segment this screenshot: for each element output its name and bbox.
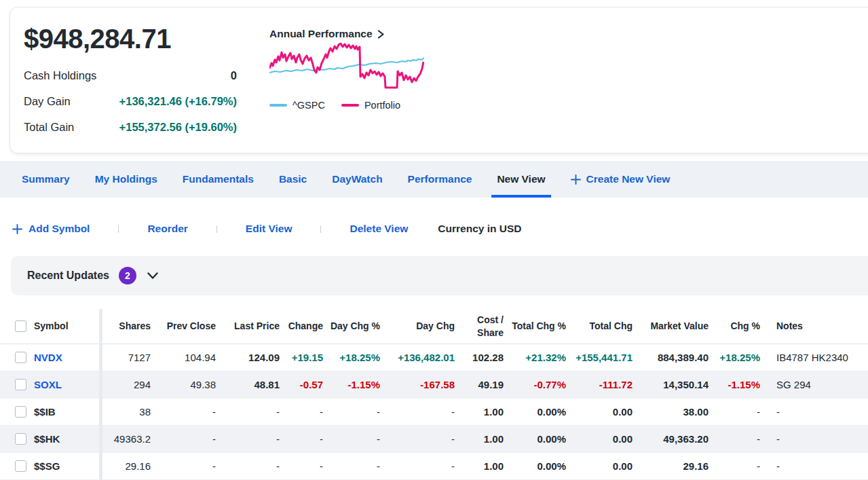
cell-cost-share: 102.28 [455, 351, 504, 365]
legend-item-portfolio: Portfolio [341, 100, 400, 111]
cell-cost-share: 1.00 [455, 405, 504, 419]
reorder-button[interactable]: Reorder [147, 223, 187, 235]
cash-holdings-value: 0 [231, 69, 237, 82]
cell-change: +19.15 [280, 351, 323, 365]
create-new-view-button[interactable]: Create New View [571, 161, 671, 198]
row-checkbox[interactable] [15, 406, 26, 418]
cell-day-chg: +18.25% [323, 351, 380, 365]
cell-day-chg: +136,482.01 [380, 351, 455, 365]
tab-fundamentals[interactable]: Fundamentals [183, 161, 254, 198]
recent-updates-badge: 2 [119, 267, 136, 284]
cell-total-chg: 0.00% [504, 432, 566, 446]
tab-summary[interactable]: Summary [22, 161, 70, 198]
col-header-symbol[interactable]: Symbol [34, 320, 69, 332]
cell-notes: - [760, 432, 868, 446]
tab-label: Fundamentals [183, 173, 254, 185]
symbol-link[interactable]: NVDX [34, 351, 62, 365]
cell-last-price: 48.81 [216, 378, 280, 392]
cell-total-chg: 0.00 [566, 432, 633, 446]
cell-notes: - [760, 405, 868, 419]
total-gain-row: Total Gain +155,372.56 (+19.60%) [24, 121, 237, 147]
delete-view-button[interactable]: Delete View [350, 223, 408, 235]
cell-cost-share: 1.00 [455, 460, 504, 473]
divider [118, 225, 119, 233]
col-header-total-chg[interactable]: Total Chg % [504, 320, 566, 332]
col-header-chg[interactable]: Chg % [709, 320, 760, 332]
symbol-link: $$SG [34, 460, 60, 473]
plus-icon [12, 224, 22, 234]
cell-chg: - [709, 460, 760, 473]
series-line-portfolio [269, 43, 423, 88]
col-header-shares[interactable]: Shares [107, 320, 151, 332]
actions-row: Add Symbol Reorder Edit View Delete View… [12, 217, 868, 240]
portfolio-line-swatch [341, 104, 359, 107]
cell-notes: - [760, 460, 868, 473]
add-symbol-button[interactable]: Add Symbol [12, 223, 90, 235]
cell-day-chg: - [380, 405, 455, 419]
cell-total-chg: -111.72 [566, 378, 633, 392]
table-header-row: SymbolSharesPrev CloseLast PriceChangeDa… [0, 309, 868, 344]
row-checkbox[interactable] [15, 352, 26, 363]
chevron-down-icon[interactable] [147, 272, 158, 280]
cell-notes: IB4787 HK2340 [760, 351, 868, 365]
cell-market-value: 14,350.14 [633, 378, 709, 392]
cell-total-chg: 0.00% [504, 460, 566, 473]
cell-prev-close: 49.38 [151, 378, 216, 392]
select-all-checkbox[interactable] [15, 320, 26, 332]
tab-performance[interactable]: Performance [408, 161, 472, 198]
annual-performance-link[interactable]: Annual Performance [269, 28, 432, 40]
series-line-gspc [269, 58, 424, 73]
recent-updates-bar[interactable]: Recent Updates 2 [11, 256, 868, 295]
tab-label: Summary [22, 173, 70, 185]
col-header-day-chg[interactable]: Day Chg % [323, 320, 380, 332]
tab-label: Create New View [586, 173, 671, 185]
cell-prev-close: 104.94 [151, 351, 216, 365]
symbol-link: $$HK [34, 432, 60, 446]
total-gain-value: +155,372.56 (+19.60%) [119, 121, 237, 134]
cell-change: -0.57 [280, 378, 323, 392]
portfolio-summary-card: $948,284.71 Cash Holdings 0 Day Gain +13… [10, 7, 868, 153]
cell-last-price: 124.09 [216, 351, 280, 365]
col-header-last-price[interactable]: Last Price [216, 320, 280, 332]
currency-label: Currency in USD [438, 223, 521, 235]
cell-last-price: - [216, 405, 280, 419]
cell-last-price: - [216, 432, 280, 446]
tab-daywatch[interactable]: DayWatch [332, 161, 382, 198]
row-checkbox[interactable] [15, 379, 26, 390]
row-checkbox[interactable] [15, 460, 26, 472]
cell-change: - [280, 432, 323, 446]
tab-label: My Holdings [95, 173, 157, 185]
edit-view-button[interactable]: Edit View [246, 223, 293, 235]
table-row-ssib: $$IB38-----1.000.00%0.0038.00-- [0, 399, 868, 426]
table-row-sssg: $$SG29.16-----1.000.00%0.0029.16-- [0, 453, 868, 480]
gspc-legend-label: ^GSPC [293, 100, 325, 111]
col-header-notes[interactable]: Notes [760, 320, 868, 332]
symbol-cell: NVDX [0, 351, 107, 365]
cell-prev-close: - [151, 405, 216, 419]
cell-day-chg: - [323, 432, 380, 446]
symbol-cell: $$HK [0, 432, 107, 446]
day-gain-value: +136,321.46 (+16.79%) [119, 95, 237, 108]
tab-basic[interactable]: Basic [279, 161, 307, 198]
cell-day-chg: -167.58 [380, 378, 455, 392]
cell-change: - [280, 460, 323, 473]
tab-my-holdings[interactable]: My Holdings [95, 161, 157, 198]
col-header-cost-share[interactable]: Cost / Share [455, 314, 504, 338]
col-header-total-chg[interactable]: Total Chg [566, 320, 633, 332]
tab-new-view[interactable]: New View [497, 161, 545, 198]
row-checkbox[interactable] [15, 433, 26, 445]
col-header-prev-close[interactable]: Prev Close [151, 320, 216, 332]
recent-updates-title: Recent Updates [27, 270, 109, 282]
cell-total-chg: 0.00 [566, 405, 633, 419]
table-row-nvdx: NVDX7127104.94124.09+19.15+18.25%+136,48… [0, 344, 868, 371]
col-header-market-value[interactable]: Market Value [633, 320, 709, 332]
gspc-line-swatch [269, 104, 287, 107]
col-header-day-chg[interactable]: Day Chg [380, 320, 455, 332]
cell-market-value: 38.00 [633, 405, 709, 419]
cell-day-chg: -1.15% [323, 378, 380, 392]
portfolio-stats: Cash Holdings 0 Day Gain +136,321.46 (+1… [24, 69, 237, 147]
cell-day-chg: - [323, 405, 380, 419]
symbol-link[interactable]: SOXL [34, 378, 62, 392]
cell-market-value: 49,363.20 [633, 432, 709, 446]
col-header-change[interactable]: Change [280, 320, 323, 332]
